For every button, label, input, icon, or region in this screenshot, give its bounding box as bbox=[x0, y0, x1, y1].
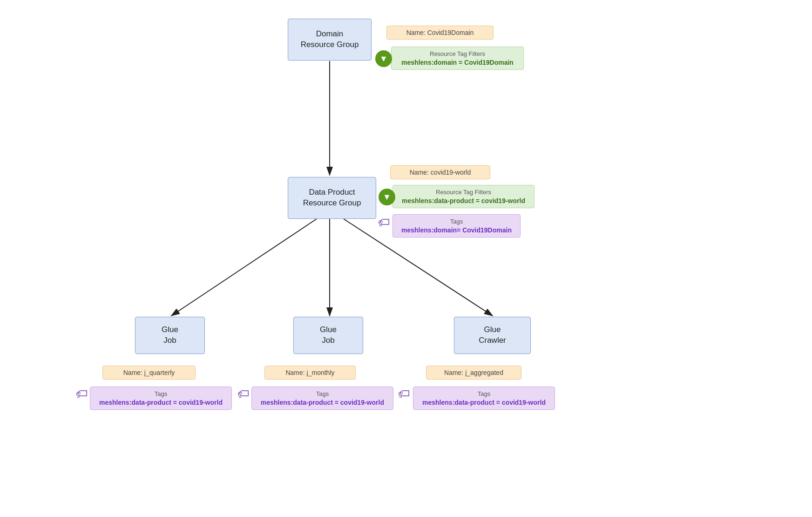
glue-left-tags-value: meshlens:data-product = covid19-world bbox=[97, 399, 225, 406]
data-product-filter-funnel-icon: ▼ bbox=[379, 189, 395, 205]
data-product-name-label: Name: covid19-world bbox=[390, 165, 490, 179]
glue-right-tags-label: Tags bbox=[420, 390, 548, 397]
arrows-svg bbox=[0, 0, 812, 517]
glue-left-name-label: Name: j_quarterly bbox=[102, 366, 196, 380]
glue-right-tags-box: Tags meshlens:data-product = covid19-wor… bbox=[413, 387, 555, 410]
data-product-tags-value: meshlens:domain= Covid19Domain bbox=[399, 226, 514, 234]
glue-center-tags-label: Tags bbox=[258, 390, 386, 397]
domain-filter-label: Resource Tag Filters bbox=[398, 50, 517, 57]
glue-right-tag-icon: 🏷 bbox=[398, 387, 410, 401]
data-product-tag-icon: 🏷 bbox=[378, 215, 390, 230]
glue-right-tags-value: meshlens:data-product = covid19-world bbox=[420, 399, 548, 406]
glue-left-tags-label: Tags bbox=[97, 390, 225, 397]
glue-left-tags-box: Tags meshlens:data-product = covid19-wor… bbox=[90, 387, 232, 410]
glue-crawler-name-label: Name: j_aggregated bbox=[426, 366, 521, 380]
data-product-tags-box: Tags meshlens:domain= Covid19Domain bbox=[392, 214, 521, 238]
diagram-container: Domain Resource Group Data Product Resou… bbox=[0, 0, 812, 517]
glue-crawler-node: Glue Crawler bbox=[454, 317, 531, 354]
domain-tag-filter-box: Resource Tag Filters meshlens:domain = C… bbox=[391, 47, 524, 70]
domain-resource-group-node: Domain Resource Group bbox=[288, 19, 372, 61]
data-product-resource-group-node: Data Product Resource Group bbox=[288, 177, 376, 219]
glue-left-tag-icon: 🏷 bbox=[76, 387, 88, 401]
glue-center-name-label: Name: j_monthly bbox=[264, 366, 356, 380]
domain-name-label: Name: Covid19Domain bbox=[386, 26, 494, 40]
data-product-filter-value: meshlens:data-product = covid19-world bbox=[399, 197, 528, 204]
glue-center-tags-box: Tags meshlens:data-product = covid19-wor… bbox=[251, 387, 393, 410]
data-product-filter-label: Resource Tag Filters bbox=[399, 189, 528, 196]
data-product-tags-label: Tags bbox=[399, 218, 514, 225]
domain-filter-funnel-icon: ▼ bbox=[375, 50, 392, 67]
glue-center-tags-value: meshlens:data-product = covid19-world bbox=[258, 399, 386, 406]
glue-job-left-node: Glue Job bbox=[135, 317, 205, 354]
glue-job-center-node: Glue Job bbox=[293, 317, 363, 354]
svg-line-2 bbox=[171, 219, 317, 316]
data-product-tag-filter-box: Resource Tag Filters meshlens:data-produ… bbox=[392, 185, 535, 208]
domain-filter-value: meshlens:domain = Covid19Domain bbox=[398, 59, 517, 66]
glue-center-tag-icon: 🏷 bbox=[237, 387, 250, 401]
